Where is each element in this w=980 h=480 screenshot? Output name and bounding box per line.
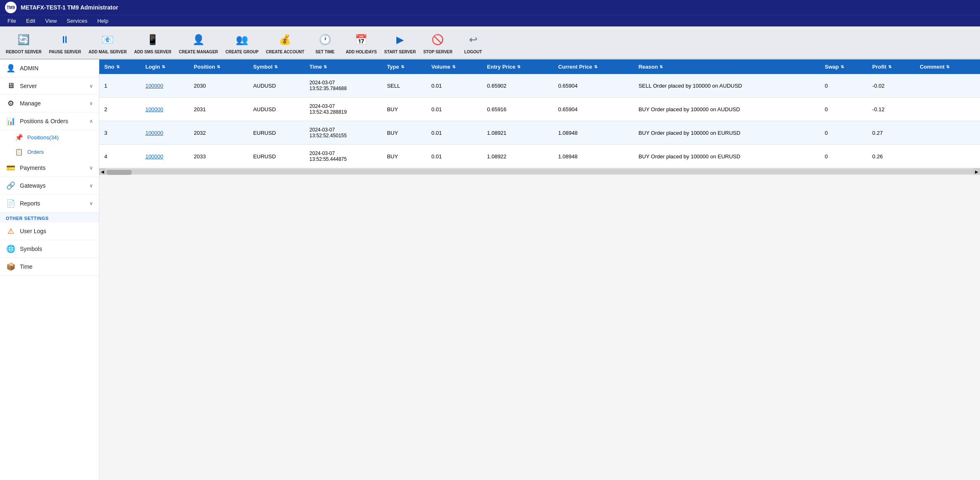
manage-label: Manage bbox=[20, 100, 85, 107]
add-sms-server-label: ADD SMS SERVER bbox=[134, 50, 171, 54]
start-server-icon: ▶ bbox=[392, 31, 408, 48]
sidebar: 👤ADMIN🖥Server∨⚙Manage∨📊Positions & Order… bbox=[0, 60, 99, 480]
scroll-track[interactable] bbox=[106, 169, 973, 174]
col-header-reason[interactable]: Reason ⇅ bbox=[633, 60, 819, 74]
menu-item-file[interactable]: File bbox=[3, 17, 20, 25]
cell-volume: 0.01 bbox=[427, 145, 482, 168]
add-holidays-button[interactable]: 📅ADD HOLIDAYS bbox=[343, 30, 380, 56]
create-group-button[interactable]: 👥CREATE GROUP bbox=[222, 30, 262, 56]
sidebar-item-symbols[interactable]: 🌐Symbols bbox=[0, 240, 99, 258]
create-manager-button[interactable]: 👤CREATE MANAGER bbox=[175, 30, 221, 56]
col-header-sno[interactable]: Sno ⇅ bbox=[99, 60, 140, 74]
positions-icon: 📌 bbox=[15, 134, 23, 141]
sidebar-item-payments[interactable]: 💳Payments∨ bbox=[0, 159, 99, 177]
cell-symbol: EURUSD bbox=[248, 145, 304, 168]
col-header-login[interactable]: Login ⇅ bbox=[140, 60, 189, 74]
server-arrow-icon: ∨ bbox=[89, 83, 93, 89]
cell-profit: -0.12 bbox=[867, 98, 915, 121]
set-time-button[interactable]: 🕐SET TIME bbox=[309, 30, 342, 56]
time-icon: 📦 bbox=[6, 262, 16, 271]
menu-item-view[interactable]: View bbox=[41, 17, 61, 25]
table-row: 31000002032EURUSD2024-03-07 13:52:52.450… bbox=[99, 121, 980, 145]
create-manager-icon: 👤 bbox=[190, 31, 207, 48]
positions-label: Positions(34) bbox=[27, 134, 59, 141]
col-header-position[interactable]: Position ⇅ bbox=[189, 60, 248, 74]
table-row: 41000002033EURUSD2024-03-07 13:52:55.444… bbox=[99, 145, 980, 168]
scroll-thumb[interactable] bbox=[107, 170, 132, 175]
cell-login[interactable]: 100000 bbox=[140, 121, 189, 145]
sidebar-item-admin[interactable]: 👤ADMIN bbox=[0, 60, 99, 77]
sidebar-sub-item-positions[interactable]: 📌Positions(34) bbox=[0, 130, 99, 145]
menu-item-edit[interactable]: Edit bbox=[22, 17, 39, 25]
server-label: Server bbox=[20, 83, 85, 89]
symbols-icon: 🌐 bbox=[6, 244, 16, 253]
content-area: Sno ⇅Login ⇅Position ⇅Symbol ⇅Time ⇅Type… bbox=[99, 60, 980, 480]
sidebar-item-user-logs[interactable]: ⚠User Logs bbox=[0, 222, 99, 240]
table-row: 11000002030AUDUSD2024-03-07 13:52:35.784… bbox=[99, 74, 980, 98]
cell-login[interactable]: 100000 bbox=[140, 145, 189, 168]
cell-current_price: 0.65904 bbox=[553, 74, 633, 98]
col-header-volume[interactable]: Volume ⇅ bbox=[427, 60, 482, 74]
sidebar-item-server[interactable]: 🖥Server∨ bbox=[0, 77, 99, 95]
scroll-right-arrow[interactable]: ▶ bbox=[973, 168, 980, 175]
sidebar-item-positions-orders[interactable]: 📊Positions & Orders∧ bbox=[0, 112, 99, 130]
col-header-swap[interactable]: Swap ⇅ bbox=[820, 60, 867, 74]
reports-arrow-icon: ∨ bbox=[89, 201, 93, 206]
table-body: 11000002030AUDUSD2024-03-07 13:52:35.784… bbox=[99, 74, 980, 168]
menu-bar: FileEditViewServicesHelp bbox=[0, 15, 980, 26]
cell-comment bbox=[915, 121, 980, 145]
sidebar-item-gateways[interactable]: 🔗Gateways∨ bbox=[0, 177, 99, 195]
positions-orders-icon: 📊 bbox=[6, 117, 16, 126]
menu-item-services[interactable]: Services bbox=[62, 17, 91, 25]
pause-server-button[interactable]: ⏸PAUSE SERVER bbox=[46, 30, 84, 56]
col-header-current_price[interactable]: Current Price ⇅ bbox=[553, 60, 633, 74]
symbols-label: Symbols bbox=[20, 246, 93, 252]
cell-sno: 1 bbox=[99, 74, 140, 98]
sidebar-sub-item-orders[interactable]: 📋Orders bbox=[0, 145, 99, 159]
payments-label: Payments bbox=[20, 165, 85, 171]
reboot-server-label: REBOOT SERVER bbox=[6, 50, 42, 54]
scroll-left-arrow[interactable]: ◀ bbox=[99, 168, 106, 175]
positions-table: Sno ⇅Login ⇅Position ⇅Symbol ⇅Time ⇅Type… bbox=[99, 60, 980, 168]
start-server-button[interactable]: ▶START SERVER bbox=[381, 30, 419, 56]
server-icon: 🖥 bbox=[6, 81, 16, 90]
scroll-bar[interactable]: ◀ ▶ bbox=[99, 168, 980, 175]
col-header-time[interactable]: Time ⇅ bbox=[304, 60, 382, 74]
cell-comment bbox=[915, 98, 980, 121]
cell-position: 2030 bbox=[189, 74, 248, 98]
toolbar: 🔄REBOOT SERVER⏸PAUSE SERVER📧ADD MAIL SER… bbox=[0, 26, 980, 60]
cell-type: SELL bbox=[382, 74, 426, 98]
create-account-button[interactable]: 💰CREATE ACCOUNT bbox=[263, 30, 308, 56]
cell-symbol: AUDUSD bbox=[248, 74, 304, 98]
logout-button[interactable]: ↩LOGOUT bbox=[457, 30, 490, 56]
cell-profit: -0.02 bbox=[867, 74, 915, 98]
col-header-type[interactable]: Type ⇅ bbox=[382, 60, 426, 74]
cell-entry_price: 0.65916 bbox=[482, 98, 553, 121]
sidebar-item-time[interactable]: 📦Time bbox=[0, 258, 99, 276]
sidebar-item-reports[interactable]: 📄Reports∨ bbox=[0, 195, 99, 213]
add-mail-server-button[interactable]: 📧ADD MAIL SERVER bbox=[85, 30, 130, 56]
reboot-server-button[interactable]: 🔄REBOOT SERVER bbox=[2, 30, 45, 56]
cell-login[interactable]: 100000 bbox=[140, 98, 189, 121]
start-server-label: START SERVER bbox=[384, 50, 416, 54]
create-account-label: CREATE ACCOUNT bbox=[266, 50, 304, 54]
col-header-entry_price[interactable]: Entry Price ⇅ bbox=[482, 60, 553, 74]
cell-login[interactable]: 100000 bbox=[140, 74, 189, 98]
col-header-comment[interactable]: Comment ⇅ bbox=[915, 60, 980, 74]
col-header-profit[interactable]: Profit ⇅ bbox=[867, 60, 915, 74]
add-sms-server-button[interactable]: 📱ADD SMS SERVER bbox=[131, 30, 175, 56]
create-group-label: CREATE GROUP bbox=[225, 50, 259, 54]
orders-icon: 📋 bbox=[15, 148, 23, 156]
main-layout: 👤ADMIN🖥Server∨⚙Manage∨📊Positions & Order… bbox=[0, 60, 980, 480]
cell-sno: 3 bbox=[99, 121, 140, 145]
menu-item-help[interactable]: Help bbox=[93, 17, 113, 25]
user-logs-label: User Logs bbox=[20, 228, 93, 234]
cell-comment bbox=[915, 145, 980, 168]
sidebar-item-manage[interactable]: ⚙Manage∨ bbox=[0, 95, 99, 112]
col-header-symbol[interactable]: Symbol ⇅ bbox=[248, 60, 304, 74]
cell-volume: 0.01 bbox=[427, 121, 482, 145]
cell-current_price: 1.08948 bbox=[553, 145, 633, 168]
cell-time: 2024-03-07 13:52:43.288819 bbox=[304, 98, 382, 121]
reboot-server-icon: 🔄 bbox=[15, 31, 32, 48]
stop-server-button[interactable]: 🚫STOP SERVER bbox=[420, 30, 456, 56]
